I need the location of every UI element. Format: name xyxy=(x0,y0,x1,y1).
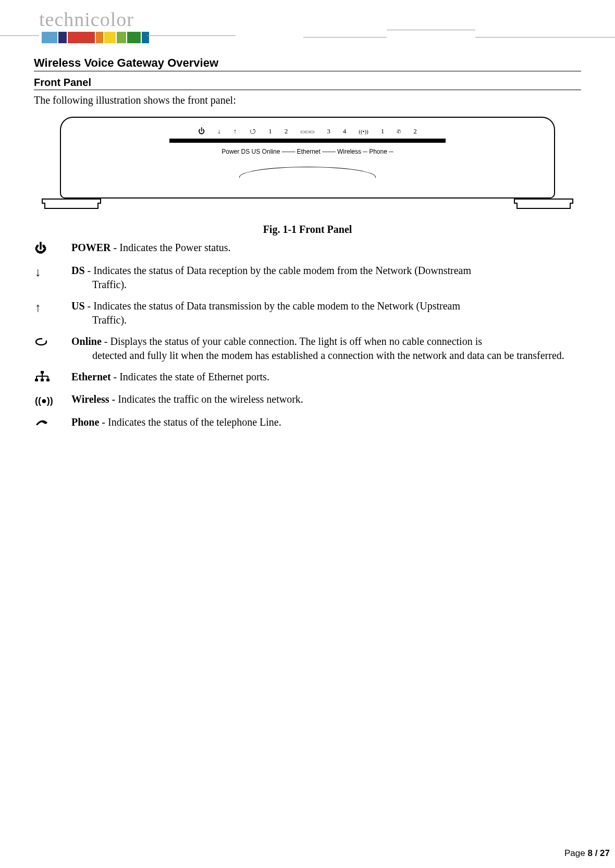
figure-caption: Fig. 1-1 Front Panel xyxy=(34,224,581,235)
section-title: Wireless Voice Gateway Overview xyxy=(34,56,581,71)
ethernet-icon xyxy=(34,370,71,386)
svg-point-0 xyxy=(36,339,46,345)
indicator-label: US xyxy=(71,300,85,312)
wireless-icon: ((●)) xyxy=(34,392,71,408)
indicator-item: Online - Displays the status of your cab… xyxy=(34,334,581,363)
power-icon: ⏻ xyxy=(34,241,71,256)
indicator-label: Wireless xyxy=(71,393,109,405)
svg-rect-7 xyxy=(35,379,38,381)
indicator-label: DS xyxy=(71,265,85,276)
indicator-item: ↑US - Indicates the status of Data trans… xyxy=(34,299,581,327)
indicator-text: US - Indicates the status of Data transm… xyxy=(71,299,581,327)
indicator-label: Ethernet xyxy=(71,371,111,382)
down-arrow-icon: ↓ xyxy=(34,264,71,280)
indicator-description: - Indicates the status of the telephone … xyxy=(99,416,281,428)
phone-icon xyxy=(34,415,71,431)
indicator-description: - Displays the status of your cable conn… xyxy=(102,336,482,347)
indicator-label: Online xyxy=(71,336,102,347)
indicator-description: - Indicates the Power status. xyxy=(111,242,231,253)
indicator-description: - Indicates the state of Ethernet ports. xyxy=(111,371,269,382)
page-content: Wireless Voice Gateway Overview Front Pa… xyxy=(0,43,615,431)
page-prefix: Page xyxy=(564,848,587,858)
page-current: 8 xyxy=(587,848,592,858)
front-panel-illustration: ⏻↓↑⭯ 12▭▭▭34 ((•))1✆2 Power DS US Online… xyxy=(36,113,579,219)
svg-rect-8 xyxy=(41,379,44,381)
online-icon xyxy=(34,334,71,350)
indicator-description: - Indicates the status of Data transmiss… xyxy=(85,300,460,312)
indicator-description-cont: detected and fully lit when the modem ha… xyxy=(71,349,581,363)
indicator-text: Wireless - Indicates the traffic on the … xyxy=(71,392,581,406)
indicator-text: Phone - Indicates the status of the tele… xyxy=(71,415,581,429)
indicator-text: POWER - Indicates the Power status. xyxy=(71,241,581,255)
svg-rect-9 xyxy=(46,379,50,381)
page-sep: / xyxy=(593,848,600,858)
indicator-label: POWER xyxy=(71,242,111,253)
indicator-label: Phone xyxy=(71,416,99,428)
indicator-item: ⏻POWER - Indicates the Power status. xyxy=(34,241,581,256)
subsection-title: Front Panel xyxy=(34,77,581,90)
indicator-text: Online - Displays the status of your cab… xyxy=(71,334,581,363)
intro-text: The following illustration shows the fro… xyxy=(34,94,581,106)
indicator-list: ⏻POWER - Indicates the Power status.↓DS … xyxy=(34,241,581,431)
indicator-item: Ethernet - Indicates the state of Ethern… xyxy=(34,370,581,386)
svg-rect-1 xyxy=(41,371,44,374)
panel-labels: Power DS US Online ─── Ethernet ─── Wire… xyxy=(222,148,393,155)
indicator-item: Phone - Indicates the status of the tele… xyxy=(34,415,581,431)
indicator-description-cont: Traffic). xyxy=(71,313,581,327)
page-footer: Page 8 / 27 xyxy=(564,848,610,859)
header-decorative-lines xyxy=(0,28,615,43)
indicator-text: DS - Indicates the status of Data recept… xyxy=(71,264,581,292)
page-total: 27 xyxy=(600,848,610,858)
indicator-description: - Indicates the status of Data reception… xyxy=(85,265,471,276)
indicator-description-cont: Traffic). xyxy=(71,278,581,292)
indicator-item: ((●))Wireless - Indicates the traffic on… xyxy=(34,392,581,408)
up-arrow-icon: ↑ xyxy=(34,299,71,316)
indicator-item: ↓DS - Indicates the status of Data recep… xyxy=(34,264,581,292)
indicator-text: Ethernet - Indicates the state of Ethern… xyxy=(71,370,581,384)
indicator-description: - Indicates the traffic on the wireless … xyxy=(109,393,303,405)
